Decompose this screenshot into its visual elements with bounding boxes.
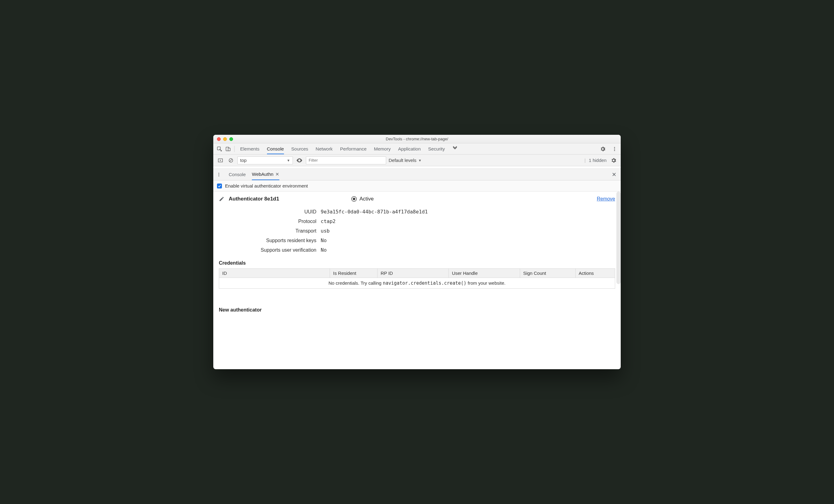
- active-label: Active: [359, 196, 373, 202]
- uuid-label: UUID: [304, 209, 316, 215]
- inspect-element-icon[interactable]: [215, 145, 224, 153]
- live-expression-eye-icon[interactable]: [295, 156, 303, 164]
- svg-point-10: [219, 174, 219, 175]
- enable-label: Enable virtual authenticator environment: [225, 183, 308, 188]
- tab-sources[interactable]: Sources: [291, 144, 308, 154]
- window-traffic-lights: [213, 137, 233, 141]
- spacer: [213, 166, 621, 169]
- drawer-tab-webauthn[interactable]: WebAuthn✕: [252, 169, 279, 180]
- userver-value: No: [321, 247, 615, 253]
- new-authenticator-heading: New authenticator: [219, 307, 615, 313]
- kebab-menu-icon[interactable]: [610, 145, 619, 153]
- protocol-label: Protocol: [298, 219, 316, 224]
- active-radio[interactable]: Active: [351, 196, 373, 202]
- toggle-device-toolbar-icon[interactable]: [224, 145, 233, 153]
- tab-performance[interactable]: Performance: [340, 144, 367, 154]
- transport-value: usb: [321, 228, 615, 234]
- svg-point-8: [299, 160, 300, 161]
- tab-network[interactable]: Network: [316, 144, 333, 154]
- main-tabstrip: Elements Console Sources Network Perform…: [213, 143, 621, 155]
- th-rpid[interactable]: RP ID: [377, 269, 449, 278]
- main-tabs: Elements Console Sources Network Perform…: [240, 144, 458, 154]
- uuid-value: 9e3a15fc-0da0-44bc-871b-a4f17da8e1d1: [321, 209, 615, 215]
- svg-point-9: [219, 173, 219, 174]
- authenticator-title: Authenticator 8e1d1: [229, 196, 279, 202]
- window-title: DevTools - chrome://new-tab-page/: [213, 137, 621, 141]
- context-value: top: [240, 158, 247, 163]
- tab-console[interactable]: Console: [267, 144, 284, 154]
- credentials-table: ID Is Resident RP ID User Handle Sign Co…: [219, 268, 615, 289]
- transport-label: Transport: [295, 228, 316, 234]
- console-toolbar: top ▼ Default levels ▼ | 1 hidden: [213, 155, 621, 166]
- execution-context-select[interactable]: top ▼: [237, 156, 293, 164]
- tab-security[interactable]: Security: [428, 144, 445, 154]
- svg-point-11: [219, 176, 219, 177]
- hidden-messages-count[interactable]: | 1 hidden: [585, 156, 618, 164]
- filter-input[interactable]: [306, 156, 386, 164]
- enable-virtual-authenticator-row: Enable virtual authenticator environment: [213, 180, 621, 191]
- close-drawer-icon[interactable]: ✕: [609, 171, 619, 178]
- svg-point-5: [614, 150, 615, 151]
- close-tab-icon[interactable]: ✕: [275, 171, 279, 177]
- scrollbar[interactable]: [616, 191, 621, 284]
- authenticator-details: UUID 9e3a15fc-0da0-44bc-871b-a4f17da8e1d…: [228, 209, 615, 253]
- remove-authenticator-link[interactable]: Remove: [597, 196, 615, 202]
- credentials-heading: Credentials: [219, 260, 615, 266]
- radio-icon: [351, 196, 357, 202]
- settings-gear-icon[interactable]: [598, 145, 607, 153]
- divider: [234, 146, 235, 152]
- credentials-empty-row: No credentials. Try calling navigator.cr…: [219, 278, 615, 289]
- tab-memory[interactable]: Memory: [374, 144, 391, 154]
- zoom-window-button[interactable]: [229, 137, 233, 141]
- clear-console-icon[interactable]: [227, 156, 235, 164]
- drawer-kebab-menu-icon[interactable]: [215, 173, 222, 177]
- protocol-value: ctap2: [321, 219, 615, 224]
- toggle-sidebar-icon[interactable]: [216, 156, 224, 164]
- authenticator-header: Authenticator 8e1d1 Active Remove: [219, 196, 615, 202]
- enable-checkbox[interactable]: [217, 184, 222, 188]
- drawer-tab-console[interactable]: Console: [229, 169, 246, 180]
- th-signcount[interactable]: Sign Count: [520, 269, 576, 278]
- log-levels-select[interactable]: Default levels ▼: [389, 158, 422, 163]
- minimize-window-button[interactable]: [223, 137, 227, 141]
- resident-value: No: [321, 237, 615, 243]
- th-resident[interactable]: Is Resident: [330, 269, 377, 278]
- edit-pencil-icon[interactable]: [219, 196, 224, 202]
- th-actions[interactable]: Actions: [575, 269, 615, 278]
- th-userhandle[interactable]: User Handle: [449, 269, 520, 278]
- window-titlebar: DevTools - chrome://new-tab-page/: [213, 135, 621, 143]
- drawer-tabstrip: Console WebAuthn✕ ✕: [213, 169, 621, 180]
- tab-elements[interactable]: Elements: [240, 144, 260, 154]
- chevron-down-icon: ▼: [418, 159, 422, 162]
- chevron-down-icon: ▼: [287, 159, 290, 162]
- svg-point-3: [614, 147, 615, 148]
- tab-more-icon[interactable]: [452, 144, 458, 154]
- webauthn-panel: Authenticator 8e1d1 Active Remove UUID 9…: [213, 191, 621, 369]
- tab-application[interactable]: Application: [398, 144, 421, 154]
- th-id[interactable]: ID: [219, 269, 330, 278]
- userver-label: Supports user verification: [261, 247, 316, 253]
- console-settings-gear-icon[interactable]: [610, 156, 618, 164]
- svg-point-4: [614, 148, 615, 149]
- levels-label: Default levels: [389, 158, 416, 163]
- devtools-window: DevTools - chrome://new-tab-page/ Elemen…: [213, 135, 621, 369]
- svg-rect-2: [228, 148, 230, 151]
- resident-label: Supports resident keys: [266, 238, 316, 243]
- close-window-button[interactable]: [217, 137, 221, 141]
